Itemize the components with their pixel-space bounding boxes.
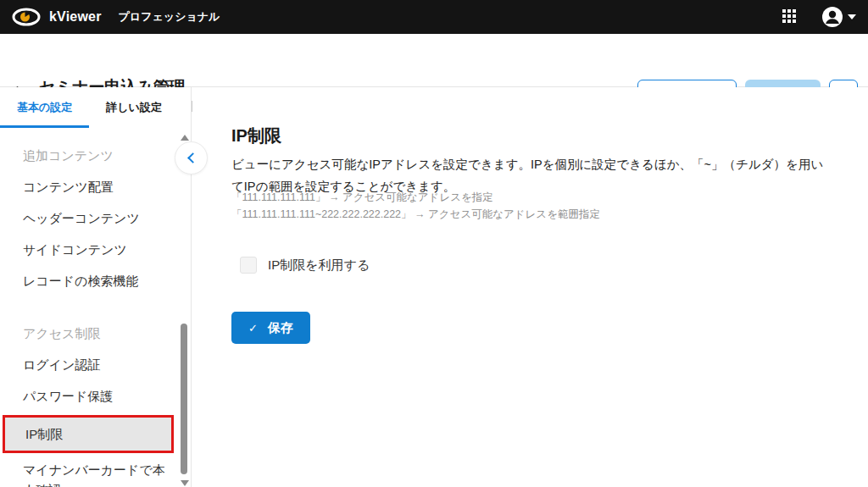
kviewer-logo[interactable]: kViewer (12, 8, 102, 26)
apps-grid-icon[interactable] (782, 9, 798, 25)
sidebar-item-login-auth[interactable]: ログイン認証 (0, 349, 191, 380)
scrollbar-thumb[interactable] (181, 324, 187, 474)
ip-restriction-checkbox[interactable] (240, 257, 257, 274)
plan-label: プロフェッショナル (119, 9, 220, 25)
tab-detailed-settings[interactable]: 詳しい設定 (89, 87, 179, 128)
save-button[interactable]: ✓ 保存 (231, 312, 310, 344)
sidebar-item-side-content[interactable]: サイドコンテンツ (0, 234, 191, 265)
sidebar-item-ip-restriction[interactable]: IP制限 (3, 415, 174, 453)
sidebar-item-password-protection[interactable]: パスワード保護 (0, 380, 191, 412)
settings-sidebar: 基本の設定 詳しい設定 追加コンテンツ コンテンツ配置 ヘッダーコンテンツ サイ… (0, 87, 192, 487)
layout-body: 基本の設定 詳しい設定 追加コンテンツ コンテンツ配置 ヘッダーコンテンツ サイ… (0, 87, 868, 487)
scroll-down-arrow-icon[interactable] (181, 480, 189, 486)
sidebar-tabs: 基本の設定 詳しい設定 (0, 87, 191, 128)
use-ip-restriction-option[interactable]: IP制限を利用する (240, 257, 370, 274)
content-heading: IP制限 (231, 125, 281, 147)
ip-example-line: 「111.111.111.111」 → アクセス可能なアドレスを指定 (231, 189, 600, 206)
checkbox-label: IP制限を利用する (268, 257, 370, 274)
eye-icon (12, 8, 41, 26)
ip-example-line: 「111.111.111.111~222.222.222.222」 → アクセス… (231, 206, 600, 223)
user-avatar-icon (821, 6, 843, 28)
sidebar-item-mynumber-card[interactable]: マイナンバーカードで本人確認 (0, 457, 191, 487)
app-title: kViewer (49, 9, 102, 25)
sidebar-item-record-search[interactable]: レコードの検索機能 (0, 265, 191, 296)
ip-examples: 「111.111.111.111」 → アクセス可能なアドレスを指定 「111.… (231, 189, 600, 223)
chevron-down-icon (848, 14, 856, 19)
section-header-access-restriction: アクセス制限 (0, 318, 191, 349)
sidebar-collapse-button[interactable] (175, 141, 208, 174)
sidebar-nav: 追加コンテンツ コンテンツ配置 ヘッダーコンテンツ サイドコンテンツ レコードの… (0, 140, 191, 487)
topbar: kViewer プロフェッショナル (0, 0, 868, 34)
page-header: セミナー申込み管理 公開中 https://e.viewer.kintoneap… (0, 34, 868, 87)
tab-basic-settings[interactable]: 基本の設定 (0, 87, 89, 128)
account-menu[interactable] (821, 6, 856, 28)
section-header-additional-content: 追加コンテンツ (0, 140, 191, 171)
sidebar-scrollbar[interactable] (179, 128, 190, 487)
sidebar-item-content-layout[interactable]: コンテンツ配置 (0, 171, 191, 202)
check-icon: ✓ (248, 322, 258, 335)
chevron-left-icon (187, 152, 198, 163)
scroll-up-arrow-icon[interactable] (181, 135, 189, 141)
sidebar-item-header-content[interactable]: ヘッダーコンテンツ (0, 202, 191, 234)
main-panel: IP制限 ビューにアクセス可能なIPアドレスを設定できます。IPを個別に設定でき… (192, 87, 868, 487)
